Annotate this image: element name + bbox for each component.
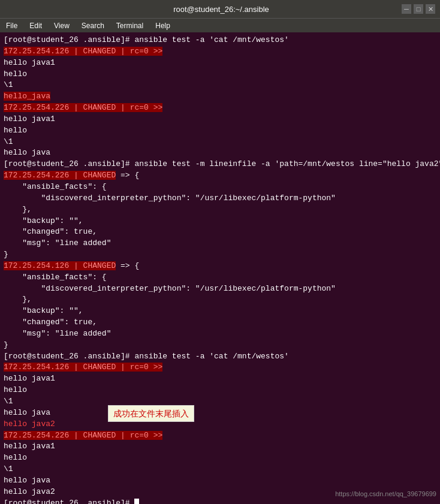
window-controls: ─ □ ✕ (402, 4, 435, 14)
menu-view[interactable]: View (50, 20, 73, 31)
statusbar-url: https://blog.csdn.net/qq_39679699 (335, 490, 436, 499)
terminal-line: hello java (4, 147, 436, 159)
minimize-button[interactable]: ─ (402, 4, 411, 14)
terminal-line: [root@student_26 .ansible]# ansible test… (4, 351, 436, 363)
terminal-line: "msg": "line added" (4, 238, 436, 249)
terminal-line: } (4, 249, 436, 261)
terminal-line: [root@student_26 .ansible]# ansible test… (4, 35, 436, 46)
terminal-line: "discovered_interpreter_python": "/usr/l… (4, 193, 436, 204)
terminal-line: hello java2 (4, 419, 436, 430)
terminal-line: \1 (4, 80, 436, 91)
terminal-window: root@student_26:~/.ansible ─ □ ✕ File Ed… (0, 0, 440, 504)
terminal-line: \1 (4, 396, 436, 408)
terminal-line: 172.25.254.226 | CHANGED => { (4, 170, 436, 182)
maximize-button[interactable]: □ (414, 4, 423, 14)
terminal-line: "msg": "line added" (4, 328, 436, 340)
terminal-line: } (4, 340, 436, 351)
terminal-line: "ansible_facts": { (4, 272, 436, 283)
terminal-line: }, (4, 294, 436, 306)
menubar: File Edit View Search Terminal Help (0, 18, 440, 32)
terminal-line: }, (4, 204, 436, 216)
menu-edit[interactable]: Edit (26, 20, 46, 31)
terminal-line: hello java1 (4, 58, 436, 69)
terminal-line: hello java (4, 408, 436, 419)
menu-file[interactable]: File (2, 20, 21, 31)
terminal-line: hello java1 (4, 114, 436, 125)
terminal-line: hello (4, 385, 436, 396)
terminal-line: "backup": "", (4, 216, 436, 227)
terminal-line: "backup": "", (4, 306, 436, 317)
terminal-line: hello java (4, 475, 436, 487)
terminal-line: hello java1 (4, 441, 436, 452)
terminal-line: "changed": true, (4, 317, 436, 328)
terminal-line: hello (4, 69, 436, 80)
terminal-line: 172.25.254.226 | CHANGED | rc=0 >> (4, 102, 436, 114)
terminal-line: hello (4, 452, 436, 464)
terminal-line: 172.25.254.226 | CHANGED | rc=0 >> (4, 430, 436, 442)
terminal-line: hello (4, 125, 436, 137)
terminal-line: \1 (4, 137, 436, 148)
terminal-line: "ansible_facts": { (4, 182, 436, 193)
terminal-line: \1 (4, 464, 436, 475)
terminal-line: 172.25.254.126 | CHANGED | rc=0 >> (4, 362, 436, 373)
terminal-line: hello_java (4, 91, 436, 102)
menu-search[interactable]: Search (78, 20, 108, 31)
menu-terminal[interactable]: Terminal (113, 20, 147, 31)
annotation-tooltip: 成功在文件末尾插入 (108, 405, 194, 422)
terminal-line: hello java1 (4, 373, 436, 385)
terminal-line: "changed": true, (4, 227, 436, 238)
cursor (134, 499, 139, 504)
terminal-line: 172.25.254.126 | CHANGED => { (4, 261, 436, 272)
close-button[interactable]: ✕ (426, 4, 435, 14)
window-title: root@student_26:~/.ansible (41, 5, 402, 14)
terminal-line: [root@student_26 .ansible]# ansible test… (4, 159, 436, 170)
terminal-line: "discovered_interpreter_python": "/usr/l… (4, 283, 436, 295)
menu-help[interactable]: Help (152, 20, 174, 31)
terminal-line: 172.25.254.126 | CHANGED | rc=0 >> (4, 46, 436, 58)
terminal-body[interactable]: [root@student_26 .ansible]# ansible test… (0, 32, 440, 504)
titlebar: root@student_26:~/.ansible ─ □ ✕ (0, 0, 440, 18)
